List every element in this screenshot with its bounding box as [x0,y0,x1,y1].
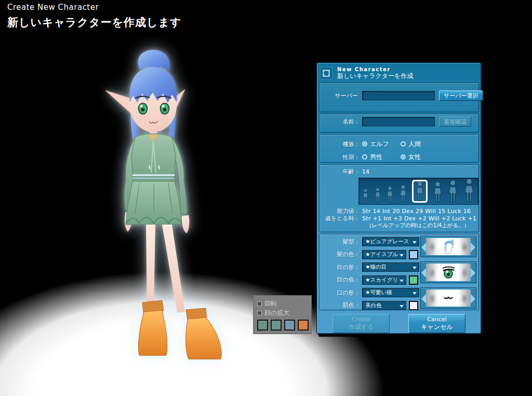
next-arrow-icon[interactable] [471,294,475,303]
mouth-shape-label: 口の形 : [323,289,358,297]
palette-swatch[interactable] [284,320,295,331]
eye-color-label: 目の色 : [323,276,358,284]
age-label: 年齢 : [323,168,358,176]
eye-preview-strip [420,261,476,283]
palette-swatch[interactable] [298,320,309,331]
chevron-down-icon [400,254,404,257]
age-value: 14 [362,168,369,175]
age-figure-selector[interactable] [358,178,478,205]
rotate-label: 回転 [264,299,277,308]
age-figure[interactable] [447,180,458,203]
stats-block: 能力値 : Str 14 Int 20 Dex 29 Will 15 Luck … [323,207,475,229]
age-figure[interactable] [433,180,443,203]
prev-arrow-icon[interactable] [421,268,426,278]
dialog-title-ja: 新しいキャラクターを作成 [337,73,413,80]
race-option-human[interactable]: 人間 [401,140,439,149]
age-figure-selected[interactable] [412,180,428,203]
new-character-dialog: New Character 新しいキャラクターを作成 サーバー サーバー選択 名… [316,62,482,334]
name-input[interactable] [362,117,435,126]
chevron-down-icon [400,305,404,308]
prev-arrow-icon[interactable] [421,243,426,252]
face-zoom-checkbox[interactable] [257,311,262,315]
page-title-en: Create New Character [7,3,181,12]
chevron-down-icon [413,292,417,295]
hair-style-label: 髪型 : [323,238,358,246]
mouth-preview-strip [420,287,476,309]
age-figure[interactable] [463,180,475,203]
radio-icon [362,141,367,147]
hair-style-dropdown[interactable]: ★ピュアグレース [362,237,419,246]
mouth-preview [438,289,458,307]
hair-preview-alt [426,238,438,255]
age-figure[interactable] [399,180,407,203]
hair-preview-alt [458,238,471,255]
next-arrow-icon[interactable] [471,243,475,252]
face-zoom-checkbox-row[interactable]: 顔の拡大 [257,308,311,318]
stats-current-value: Str 14 Int 20 Dex 29 Will 15 Luck 16 [362,208,471,215]
age-figure[interactable] [362,180,369,203]
race-label: 種族 : [323,140,358,148]
gender-label: 性別 : [323,153,358,161]
name-label: 名前 : [323,118,358,126]
stats-note: （レベルアップの時はこの1/4上がる。） [366,222,475,229]
skin-color-label: 肌色 : [323,301,358,309]
pinwheel-knot-icon [320,67,332,80]
server-input[interactable] [362,91,435,100]
mouth-shape-dropdown[interactable]: ★可愛い猫 [362,288,419,297]
cancel-button[interactable]: Cancel キャンセル [408,314,466,333]
dialog-header: New Character 新しいキャラクターを作成 [319,64,479,81]
age-section: 年齢 : 14 能力値 : Str 14 Int 20 Dex 29 Will … [319,164,479,232]
create-button[interactable]: Create 作成する [332,314,390,333]
gender-option-female[interactable]: 女性 [401,153,439,162]
server-select-button[interactable]: サーバー選択 [439,90,483,101]
eye-preview-alt [426,263,438,281]
viewer-options-panel: 回転 顔の拡大 [253,295,312,334]
race-gender-section: 種族 : エルフ 人間 性別 : 男性 女性 [319,134,479,163]
mouth-preview-alt [458,289,471,307]
radio-icon [362,154,367,160]
eye-shape-dropdown[interactable]: ★猫の目 [362,262,419,272]
page-title-ja: 新しいキャラクターを作成します [7,15,181,30]
palette-swatch[interactable] [257,320,268,331]
age-figure[interactable] [374,180,381,203]
stats-current-label: 能力値 : [323,207,358,215]
skin-color-dropdown[interactable]: 美白色 [362,301,406,310]
next-arrow-icon[interactable] [471,268,475,278]
server-section: サーバー サーバー選択 [319,83,479,112]
chevron-down-icon [413,267,417,269]
age-figure[interactable] [386,180,394,203]
mouth-preview-alt [426,289,438,307]
chevron-down-icon [400,280,404,282]
stats-aging-value: Str +1 Int +3 Dex +2 Will +2 Luck +1 [362,215,476,222]
hair-color-dropdown[interactable]: ★アイスブルー [362,250,406,259]
appearance-section: 髪型 : ★ピュアグレース 髪の色 : ★アイスブルー 目の形 : [319,234,479,310]
gender-option-male[interactable]: 男性 [362,153,401,162]
rotate-checkbox[interactable] [257,301,262,306]
color-palette [257,320,311,331]
duplicate-check-button[interactable]: 重複確認 [439,116,471,127]
radio-icon [401,141,406,147]
race-option-elf[interactable]: エルフ [362,140,401,149]
hair-color-label: 髪の色 : [323,250,358,258]
character-model[interactable] [103,48,229,366]
skin-color-swatch [409,301,418,310]
radio-icon [401,154,406,160]
character-creation-screen: Create New Character 新しいキャラクターを作成します [0,0,532,396]
eye-preview-icon [441,264,456,281]
hair-preview [438,238,458,255]
dialog-buttons: Create 作成する Cancel キャンセル [319,310,479,333]
eye-color-dropdown[interactable]: ★スカイグリーン [362,275,406,285]
eye-preview-alt [458,263,471,281]
page-title-block: Create New Character 新しいキャラクターを作成します [7,3,181,30]
hair-preview-strip [420,236,476,257]
hair-preview-icon [441,239,456,255]
eye-color-swatch [409,275,418,285]
prev-arrow-icon[interactable] [421,294,426,303]
palette-swatch[interactable] [271,320,282,331]
hair-color-swatch [409,250,418,259]
chevron-down-icon [413,241,417,244]
face-zoom-label: 顔の拡大 [264,309,289,318]
eye-preview [438,263,458,281]
rotate-checkbox-row[interactable]: 回転 [257,299,311,308]
mouth-preview-icon [441,289,456,306]
